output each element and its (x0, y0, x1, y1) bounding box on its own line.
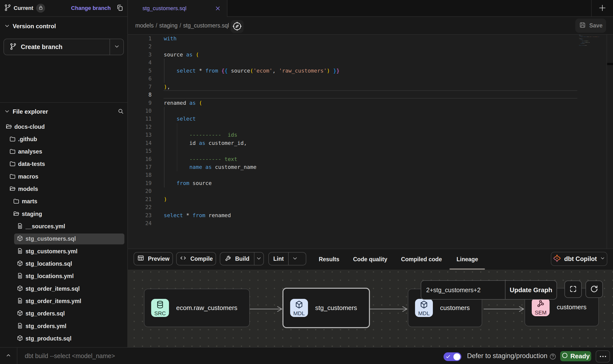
tree-item-analyses[interactable]: analyses (0, 146, 128, 158)
tab-results[interactable]: Results (319, 249, 339, 270)
tab-compiled-code[interactable]: Compiled code (401, 249, 442, 270)
tree-item-label: stg_orders.sql (26, 310, 65, 317)
file-icon (17, 322, 23, 330)
defer-label: Defer to staging/production (467, 348, 547, 364)
version-control-title: Version control (13, 23, 56, 30)
tree-item-models[interactable]: models (0, 183, 128, 195)
tree-item-stg-products-sql[interactable]: stg_products.sql (0, 333, 128, 345)
tree-item-label: .github (18, 136, 37, 143)
tree-item-stg-order-items-yml[interactable]: stg_order_items.yml (0, 295, 128, 308)
breadcrumb-segment[interactable]: staging (159, 22, 178, 29)
lineage-node-stg-customers[interactable]: MDLstg_customers (282, 288, 370, 328)
indent-guide (164, 59, 165, 83)
fullscreen-icon (569, 285, 577, 294)
minimap-divider (607, 35, 607, 249)
branch-header: Current Change branch (0, 0, 127, 17)
more-options-button[interactable] (596, 350, 610, 363)
tree-item-stg-customers-sql[interactable]: stg_customers.sql (0, 233, 128, 245)
file-explorer-header[interactable]: File explorer (0, 103, 128, 119)
copilot-compass-button[interactable] (231, 20, 244, 33)
help-icon[interactable] (549, 353, 557, 361)
tree-item-label: staging (22, 211, 42, 217)
breadcrumb-segment[interactable]: stg_customers.sql (183, 22, 229, 29)
refresh-button[interactable] (585, 281, 603, 298)
tree-item-stg-order-items-sql[interactable]: stg_order_items.sql (0, 283, 128, 295)
tree-item-label: models (18, 186, 38, 192)
breadcrumb: models/staging/stg_customers.sql (135, 17, 229, 34)
tree-item--github[interactable]: .github (0, 133, 128, 145)
tree-item-label: data-tests (18, 161, 45, 167)
dbt-copilot-button[interactable]: dbt Copilot (551, 252, 607, 266)
tree-item-stg-locations-sql[interactable]: stg_locations.sql (0, 258, 128, 270)
ready-label: Ready (570, 352, 590, 360)
defer-toggle[interactable] (444, 352, 461, 361)
tree-item-staging[interactable]: staging (0, 208, 128, 220)
folder-open-icon (13, 210, 20, 218)
dbt-cloud-ide: Current Change branch Version control Cr… (0, 0, 613, 364)
new-tab-button[interactable] (591, 0, 613, 17)
tree-item-docs-cloud[interactable]: docs-cloud (0, 121, 128, 133)
change-branch-link[interactable]: Change branch (71, 5, 111, 11)
create-branch-button[interactable]: Create branch (3, 39, 124, 55)
tree-item-label: macros (18, 173, 38, 180)
tree-item--sources-yml[interactable]: __sources.yml (0, 220, 128, 233)
save-label: Save (589, 22, 603, 29)
current-line-highlight (164, 90, 577, 99)
branch-lock-badge (36, 4, 45, 13)
model-badge: MDL (415, 299, 433, 317)
tree-item-stg-locations-yml[interactable]: stg_locations.yml (0, 270, 128, 283)
tab-lineage[interactable]: Lineage (457, 249, 478, 270)
tab-code-quality[interactable]: Code quality (353, 249, 387, 270)
file-icon (17, 272, 23, 280)
copy-icon[interactable] (116, 4, 123, 12)
fullscreen-button[interactable] (564, 281, 582, 298)
update-graph-button[interactable]: Update Graph (505, 281, 557, 299)
graph-selector-input[interactable]: 2+stg_customers+2 (421, 281, 505, 299)
tree-item-macros[interactable]: macros (0, 170, 128, 183)
version-control-header[interactable]: Version control (0, 19, 127, 33)
tree-item-marts[interactable]: marts (0, 195, 128, 208)
command-bar: dbt build --select <model_name> Defer to… (0, 347, 613, 364)
expand-panel-button[interactable] (0, 348, 17, 364)
file-tree: docs-cloud.githubanalysesdata-testsmacro… (0, 120, 128, 347)
ready-status-button[interactable]: Ready (560, 351, 591, 361)
tree-item-stg-orders-sql[interactable]: stg_orders.sql (0, 308, 128, 320)
toggle-knob (453, 353, 460, 360)
model-icon (17, 285, 23, 293)
folder-icon (9, 135, 16, 143)
chevron-down-icon (4, 23, 10, 30)
folder-icon (9, 173, 16, 181)
save-button[interactable]: Save (575, 19, 606, 33)
scrollbar-thumb[interactable] (607, 63, 613, 65)
cli-command-input[interactable]: dbt build --select <model_name> (25, 348, 115, 364)
tab-strip: stg_customers.sql (128, 0, 613, 17)
breadcrumb-separator: / (180, 22, 181, 29)
editor-toolbar: Preview Compile Build Lint (128, 249, 613, 270)
folder-icon (13, 198, 20, 205)
tree-item-label: stg_orders.yml (26, 323, 66, 330)
close-icon[interactable] (215, 5, 221, 12)
create-branch-dropdown[interactable] (110, 39, 123, 55)
refresh-icon (590, 285, 599, 294)
breadcrumb-segment[interactable]: models (135, 22, 154, 29)
tree-item-stg-orders-yml[interactable]: stg_orders.yml (0, 320, 128, 332)
tab-stg-customers-sql[interactable]: stg_customers.sql (128, 0, 227, 17)
model-icon (17, 260, 23, 268)
result-tabs: ResultsCode qualityCompiled codeLineage (128, 249, 613, 270)
chevron-down-icon (600, 255, 605, 262)
check-icon (446, 354, 451, 360)
minimap[interactable]: withsource as ( select * from {{ source(… (579, 35, 606, 74)
code-editor[interactable]: 1with23source as (45 select * from {{ so… (128, 35, 613, 249)
file-explorer-section: File explorer docs-cloud.githubanalysesd… (0, 102, 128, 347)
file-icon (17, 248, 23, 255)
lineage-node-ecom-raw-customers[interactable]: SRCecom.raw_customers (144, 289, 250, 327)
tree-item-label: stg_customers.sql (26, 235, 76, 242)
tree-item-data-tests[interactable]: data-tests (0, 158, 128, 170)
lineage-node-label: customers (557, 303, 586, 311)
lineage-panel[interactable]: SRCecom.raw_customersMDLstg_customersMDL… (128, 270, 613, 347)
sidebar: Current Change branch Version control Cr… (0, 0, 128, 347)
search-icon[interactable] (117, 108, 124, 115)
tree-item-stg-customers-yml[interactable]: stg_customers.yml (0, 245, 128, 258)
folder-open-icon (9, 185, 16, 193)
network-icon (536, 299, 545, 310)
